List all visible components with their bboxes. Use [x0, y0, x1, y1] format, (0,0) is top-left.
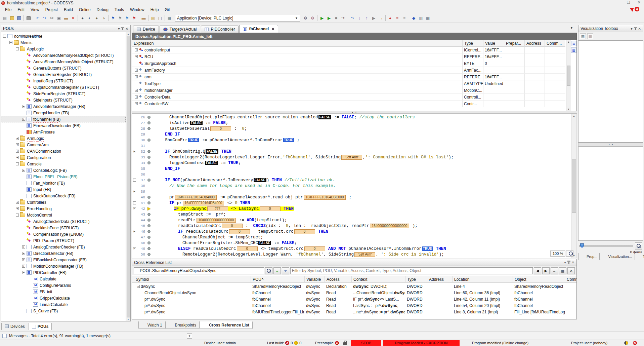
code-editor[interactable]: 26ChannelReadObject.plcFlags.controller_…: [132, 114, 571, 258]
column-header[interactable]: Symbol: [134, 276, 251, 283]
breakpoint-margin[interactable]: [146, 224, 152, 227]
tree-item[interactable]: AnovoSharedMemoryReadObject (STRUCT): [1, 52, 126, 59]
pin-icon[interactable]: [568, 261, 569, 264]
column-header[interactable]: Prepar...: [504, 40, 524, 47]
code-line[interactable]: 34loggedCommLossFALSE := TRUE;: [132, 160, 571, 166]
fold-collapse-icon[interactable]: −: [133, 207, 136, 210]
breakpoint-margin[interactable]: [146, 253, 152, 256]
column-header[interactable]: Context: [351, 276, 405, 283]
breakpoint-margin[interactable]: [146, 156, 152, 159]
code-line[interactable]: 28lastSetPosSerial0 := 0;: [132, 126, 571, 131]
zoom-icon[interactable]: [566, 251, 573, 257]
breakpoint-margin[interactable]: [146, 201, 152, 204]
table-row[interactable]: ToolTypeARMTYPEUndefined: [132, 80, 565, 87]
tree-expander-icon[interactable]: +: [22, 258, 25, 261]
tree-item[interactable]: AnalogCheckerData (STRUCT): [1, 218, 126, 225]
tree-expander-icon[interactable]: −: [16, 162, 19, 165]
tree-item[interactable]: +ArmLogic: [1, 135, 126, 142]
breakpoint-margin[interactable]: [146, 219, 152, 222]
tree-item[interactable]: Fan_Monitor (FB): [1, 180, 126, 186]
fold-collapse-icon[interactable]: −: [133, 179, 136, 182]
menu-help[interactable]: Help: [147, 6, 162, 13]
toolbar-generate-code-icon[interactable]: ⚙: [309, 14, 316, 22]
breakpoint-margin[interactable]: [146, 161, 152, 164]
tree-item[interactable]: +fbChannel (FB): [1, 116, 126, 122]
tree-item[interactable]: FB_init: [1, 289, 126, 295]
code-line[interactable]: 47ChannelReadObject := tempStruct;: [132, 234, 571, 240]
doc-tab-pidcontroller[interactable]: PIDController: [201, 26, 239, 33]
toolbar-bookmark-toggle-icon[interactable]: ⚑: [110, 14, 117, 22]
menu-tools[interactable]: Tools: [112, 6, 127, 13]
active-application-combo[interactable]: Application [Device: PLC Logic]▼: [175, 15, 300, 22]
tree-item[interactable]: SideInputs (STRUCT): [1, 97, 126, 103]
panel-close-icon[interactable]: ✕: [638, 27, 641, 31]
tab-cross-reference-list[interactable]: Cross Reference List: [200, 321, 253, 329]
table-row[interactable]: +RCUREFERE...16#FFF...: [132, 53, 565, 60]
doc-tab-targetvsactual[interactable]: TargetVsActual: [160, 26, 201, 33]
row-expander-icon[interactable]: +: [135, 75, 138, 78]
code-line[interactable]: 44readPtr16#0000000000000000 := ADR(temp…: [132, 217, 571, 223]
toolbar-refactor-icon[interactable]: ▦: [166, 14, 173, 22]
toolbar-new-object-icon[interactable]: ▤: [149, 14, 157, 22]
fold-margin[interactable]: −: [132, 150, 137, 153]
tab-prop-[interactable]: Prop...: [578, 253, 600, 260]
nav-previous-icon[interactable]: ◀: [534, 267, 541, 274]
tree-item[interactable]: +AnovoInterfaceManager (FB): [1, 103, 126, 110]
doc-tab-device[interactable]: Device: [133, 26, 159, 33]
code-line[interactable]: −49ELSIF readCalculatedCrc0 <> tempStruc…: [132, 246, 571, 252]
code-line[interactable]: 27isActiveFALSE := FALSE;: [132, 120, 571, 126]
maximize-button[interactable]: ❐: [627, 0, 630, 5]
tree-item[interactable]: +AnalogEncoderChecker (FB): [1, 244, 126, 250]
column-header[interactable]: Comment: [565, 276, 576, 283]
tab-breakpoints[interactable]: Breakpoints: [166, 321, 200, 329]
breakpoint-margin[interactable]: [146, 150, 152, 153]
breakpoint-margin[interactable]: [146, 241, 152, 244]
toolbar-copy-icon[interactable]: ▣: [55, 14, 62, 22]
table-row[interactable]: +armFactoryArmFac...: [132, 67, 565, 74]
breakpoint-margin[interactable]: [146, 196, 152, 199]
fold-collapse-icon[interactable]: −: [133, 150, 136, 153]
tree-item[interactable]: +EfBacklashCompansator (FB): [1, 257, 126, 263]
fold-margin[interactable]: −: [132, 179, 137, 182]
breakpoint-margin[interactable]: [146, 236, 152, 239]
fold-margin[interactable]: −: [132, 230, 137, 233]
toolbar-set-next-statement-icon[interactable]: →: [377, 14, 384, 22]
tree-item[interactable]: −PIDController (FB): [1, 269, 126, 276]
tree-expander-icon[interactable]: −: [16, 214, 19, 217]
notification-badge[interactable]: 4: [635, 7, 639, 11]
breakpoint-margin[interactable]: [146, 230, 152, 233]
menu-window[interactable]: Window: [127, 6, 147, 13]
toolbar-step-over-icon[interactable]: ↷: [349, 14, 356, 22]
export-grid-icon[interactable]: ▦: [559, 267, 566, 274]
column-header[interactable]: Value: [483, 40, 504, 47]
tree-expander-icon[interactable]: +: [22, 118, 25, 121]
column-header[interactable]: Type: [405, 276, 427, 283]
code-line[interactable]: 48ChannelErrorRegister.ShMem_CRCFALSE :=…: [132, 240, 571, 246]
column-header[interactable]: POU ˄: [251, 276, 304, 283]
column-header[interactable]: Type: [462, 40, 483, 47]
viz-search-icon[interactable]: [635, 242, 642, 249]
menu-debug[interactable]: Debug: [94, 6, 112, 13]
tree-item[interactable]: GeneralButtons (STRUCT): [1, 65, 126, 71]
toolbar-watch-options-icon[interactable]: ▦: [424, 14, 431, 22]
code-line[interactable]: −37IF NOT(pChannelAccessor^.InRecoveryFA…: [132, 177, 571, 183]
tree-item[interactable]: LinearCalculate: [1, 301, 126, 308]
tree-item[interactable]: GeneralErrorRegister (STRUCT): [1, 71, 126, 78]
toolbar-new-file-icon[interactable]: ▤: [1, 14, 8, 22]
notification-area[interactable]: 4: [630, 7, 639, 11]
viz-zoom-slider-thumb[interactable]: [580, 243, 584, 248]
breakpoint-margin[interactable]: [146, 207, 152, 210]
viz-zoom-slider[interactable]: [579, 245, 633, 247]
column-header[interactable]: Access: [325, 276, 351, 283]
column-header[interactable]: Object: [513, 276, 565, 283]
table-row[interactable]: pr^.dwSyncfbMURealTimeLogger.Fill_Linedw…: [132, 309, 576, 315]
symbol-search-input[interactable]: [134, 267, 264, 274]
fold-collapse-icon[interactable]: −: [133, 201, 136, 204]
toolbar-force-values-icon[interactable]: ≡: [394, 14, 401, 22]
fold-margin[interactable]: −: [132, 190, 137, 193]
sorted-view-icon[interactable]: ≣: [571, 41, 576, 46]
nav-next-icon[interactable]: ▶: [542, 267, 550, 274]
toolbar-cut-icon[interactable]: ✂: [48, 14, 55, 22]
column-header[interactable]: Comm...: [545, 40, 565, 47]
table-row[interactable]: +controllerInputIControl...16#FFF...: [132, 47, 565, 53]
